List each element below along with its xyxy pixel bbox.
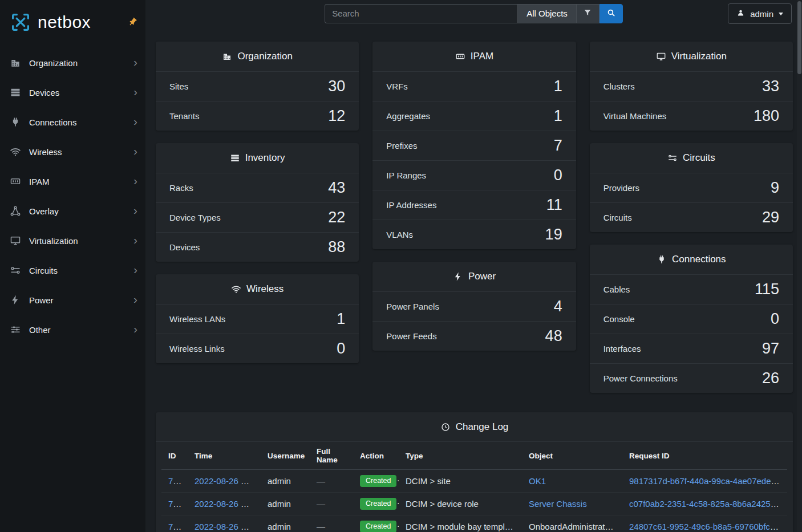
- chevron-right-icon: ›: [133, 234, 137, 247]
- changelog-request-id-link[interactable]: 24807c61-9952-49c6-b8a5-69760bfcc4b3: [629, 522, 787, 531]
- stat-value: 43: [328, 179, 345, 197]
- sidebar-item-label: Other: [29, 325, 125, 335]
- stat-value: 0: [337, 340, 345, 358]
- stat-row-power-feeds[interactable]: Power Feeds 48: [372, 321, 576, 351]
- scrollbar-thumb[interactable]: [797, 1, 801, 74]
- stat-row-wireless-links[interactable]: Wireless Links 0: [156, 334, 359, 363]
- stat-label: Racks: [169, 183, 193, 193]
- history-icon: [440, 422, 451, 432]
- changelog-type: DCIM > site: [406, 476, 451, 486]
- changelog-time-link[interactable]: 2022-08-26 14:15: [195, 522, 261, 531]
- changelog-id-link[interactable]: 755: [168, 476, 183, 486]
- card-wireless-header: Wireless: [156, 274, 359, 304]
- sidebar-item-label: Organization: [29, 58, 125, 68]
- stat-value: 1: [337, 310, 345, 328]
- changelog-object-link[interactable]: Server Chassis: [529, 499, 587, 509]
- column-header-username: Username: [261, 442, 310, 470]
- card-title: Change Log: [456, 421, 509, 433]
- sidebar-item-circuits[interactable]: Circuits ›: [0, 255, 145, 285]
- changelog-time-link[interactable]: 2022-08-26 14:22: [195, 476, 261, 486]
- chevron-right-icon: ›: [133, 204, 137, 218]
- chevron-right-icon: ›: [133, 115, 137, 129]
- stat-row-power-connections[interactable]: Power Connections 26: [590, 363, 793, 393]
- search-input[interactable]: [325, 4, 517, 23]
- stat-row-circuits[interactable]: Circuits 29: [590, 202, 793, 232]
- changelog-id-link[interactable]: 753: [168, 522, 183, 531]
- changelog-id-link[interactable]: 754: [168, 499, 183, 509]
- stat-value: 19: [545, 226, 562, 243]
- card-virtualization: Virtualization Clusters 33 Virtual Machi…: [590, 42, 793, 131]
- card-virtualization-header: Virtualization: [590, 42, 793, 71]
- netbox-logo-icon[interactable]: [9, 11, 32, 34]
- counter-icon: [10, 176, 21, 187]
- card-ipam: IPAM VRFs 1 Aggregates 1 Prefixes 7: [372, 42, 576, 249]
- sidebar-item-wireless[interactable]: Wireless ›: [0, 137, 145, 166]
- changelog-fullname: —: [317, 522, 325, 531]
- stat-row-tenants[interactable]: Tenants 12: [156, 101, 359, 131]
- sidebar-item-label: Power: [29, 295, 125, 305]
- sidebar: netbox Organization › Devices › Connecti…: [0, 0, 145, 532]
- stat-label: VLANs: [386, 230, 413, 239]
- user-menu-button[interactable]: admin: [728, 3, 792, 24]
- stat-row-ip-ranges[interactable]: IP Ranges 0: [372, 160, 576, 190]
- card-ipam-header: IPAM: [372, 42, 576, 71]
- stat-row-virtual-machines[interactable]: Virtual Machines 180: [590, 101, 793, 131]
- changelog-fullname: —: [317, 499, 325, 509]
- stat-label: Providers: [603, 183, 639, 193]
- pin-sidebar-icon[interactable]: [128, 17, 137, 27]
- stat-row-racks[interactable]: Racks 43: [156, 173, 359, 202]
- monitor-icon: [10, 235, 21, 246]
- stat-label: Circuits: [603, 213, 632, 222]
- sidebar-item-ipam[interactable]: IPAM ›: [0, 166, 145, 196]
- sidebar-item-organization[interactable]: Organization ›: [0, 48, 145, 78]
- stat-row-sites[interactable]: Sites 30: [156, 71, 359, 101]
- stat-row-clusters[interactable]: Clusters 33: [590, 71, 793, 101]
- stat-row-cables[interactable]: Cables 115: [590, 274, 793, 304]
- card-title: Connections: [672, 254, 726, 265]
- table-row: 755 2022-08-26 14:22 admin — Created DCI…: [161, 470, 787, 493]
- object-type-dropdown[interactable]: All Objects: [517, 4, 577, 23]
- changelog-type: DCIM > module bay template: [406, 522, 517, 531]
- search-button[interactable]: [600, 4, 623, 23]
- stat-row-vrfs[interactable]: VRFs 1: [372, 71, 576, 101]
- action-badge: Created: [360, 498, 396, 510]
- sidebar-item-virtualization[interactable]: Virtualization ›: [0, 226, 145, 255]
- column-header-fullname: Full Name: [310, 442, 353, 470]
- changelog-request-id-link[interactable]: 9817317d-b67f-440a-99ca-4ae07ede94df: [629, 476, 787, 486]
- stat-row-providers[interactable]: Providers 9: [590, 173, 793, 202]
- sidebar-item-overlay[interactable]: Overlay ›: [0, 196, 145, 226]
- stat-value: 0: [771, 310, 779, 328]
- sidebar-item-devices[interactable]: Devices ›: [0, 78, 145, 107]
- stat-row-ip-addresses[interactable]: IP Addresses 11: [372, 190, 576, 220]
- stat-row-interfaces[interactable]: Interfaces 97: [590, 334, 793, 363]
- card-inventory-header: Inventory: [156, 143, 359, 173]
- scrollbar[interactable]: [797, 0, 802, 532]
- stat-row-device-types[interactable]: Device Types 22: [156, 202, 359, 232]
- changelog-object-link[interactable]: OK1: [529, 476, 546, 486]
- chevron-right-icon: ›: [133, 263, 137, 277]
- stat-row-power-panels[interactable]: Power Panels 4: [372, 291, 576, 321]
- stat-row-devices[interactable]: Devices 88: [156, 232, 359, 262]
- stat-label: Power Feeds: [386, 331, 436, 341]
- stat-row-aggregates[interactable]: Aggregates 1: [372, 101, 576, 131]
- changelog-time-link[interactable]: 2022-08-26 14:17: [195, 499, 261, 509]
- sidebar-item-power[interactable]: Power ›: [0, 285, 145, 315]
- card-connections: Connections Cables 115 Console 0 Interfa…: [590, 245, 793, 393]
- filter-button[interactable]: [577, 4, 600, 23]
- column-header-action: Action: [353, 442, 399, 470]
- sidebar-item-other[interactable]: Other ›: [0, 315, 145, 344]
- chevron-right-icon: ›: [133, 323, 137, 336]
- card-power: Power Power Panels 4 Power Feeds 48: [372, 262, 576, 351]
- changelog-request-id-link[interactable]: c07f0ab2-2351-4c58-825a-8b6a2425a1ab: [629, 499, 787, 509]
- brand-name[interactable]: netbox: [38, 13, 91, 32]
- chevron-right-icon: ›: [133, 145, 137, 159]
- stat-row-prefixes[interactable]: Prefixes 7: [372, 131, 576, 160]
- stat-row-wireless-lans[interactable]: Wireless LANs 1: [156, 304, 359, 334]
- card-title: Organization: [237, 51, 292, 62]
- stat-row-console[interactable]: Console 0: [590, 304, 793, 334]
- table-row: 753 2022-08-26 14:15 admin — Created DCI…: [161, 515, 787, 532]
- stat-label: Tenants: [169, 111, 200, 121]
- changelog-table: ID Time Username Full Name Action Type O…: [161, 442, 787, 532]
- sidebar-item-connections[interactable]: Connections ›: [0, 107, 145, 137]
- stat-row-vlans[interactable]: VLANs 19: [372, 220, 576, 249]
